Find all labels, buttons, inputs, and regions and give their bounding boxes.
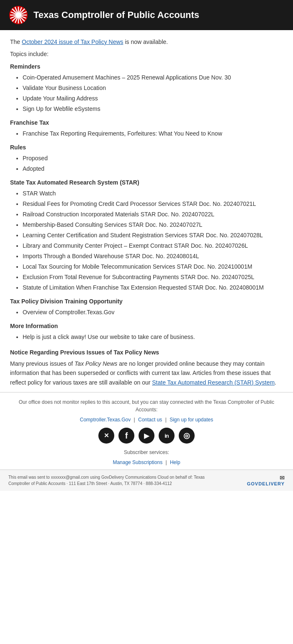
rules-heading: Rules — [10, 144, 283, 151]
franchise-tax-list: Franchise Tax Reporting Requirements, Fo… — [10, 129, 283, 138]
social-icons-bar: ✕ f ▶ in ◎ — [17, 428, 276, 444]
footer-link-contact[interactable]: Contact us — [138, 417, 162, 423]
footer-links: Comptroller.Texas.Gov | Contact us | Sig… — [17, 417, 276, 423]
manage-subscriptions-link[interactable]: Manage Subscriptions — [113, 459, 162, 465]
list-item: Local Tax Sourcing for Mobile Telecommun… — [23, 262, 283, 271]
twitter-x-icon[interactable]: ✕ — [98, 428, 114, 444]
footer-link-comptroller[interactable]: Comptroller.Texas.Gov — [80, 417, 131, 423]
list-item: Imports Through a Bonded Warehouse STAR … — [23, 252, 283, 261]
footer-bottom-text: This email was sent to xxxxxxx@gmail.com… — [8, 474, 218, 487]
list-item: Exclusion From Total Revenue for Subcont… — [23, 273, 283, 282]
svg-point-9 — [16, 13, 21, 18]
list-item: Learning Center Certification and Studen… — [23, 231, 283, 240]
list-item: Coin-Operated Amusement Machines – 2025 … — [23, 73, 283, 82]
linkedin-icon[interactable]: in — [159, 428, 175, 444]
subscriber-links: Manage Subscriptions | Help — [17, 459, 276, 465]
intro-paragraph: The October 2024 issue of Tax Policy New… — [10, 38, 283, 46]
notice-body: Many previous issues of Tax Policy News … — [10, 359, 283, 387]
notice-heading: Notice Regarding Previous Issues of Tax … — [10, 349, 283, 356]
list-item: Residual Fees for Promoting Credit Card … — [23, 200, 283, 208]
envelope-icon: ✉ — [280, 475, 285, 481]
instagram-icon[interactable]: ◎ — [179, 428, 195, 444]
footer: Our office does not monitor replies to t… — [0, 392, 293, 470]
list-item: Proposed — [23, 154, 283, 163]
more-info-list: Help is just a click away! Use our websi… — [10, 333, 283, 341]
govdelivery-logo: ✉ GOVDELIVERY — [247, 475, 285, 486]
star-system-link[interactable]: State Tax Automated Research (STAR) Syst… — [152, 379, 275, 386]
comptroller-logo — [8, 5, 28, 25]
govdelivery-label: GOVDELIVERY — [247, 481, 285, 486]
footer-link-signup[interactable]: Sign up for updates — [170, 417, 213, 423]
help-link[interactable]: Help — [170, 459, 180, 465]
main-content: The October 2024 issue of Tax Policy New… — [0, 30, 293, 392]
list-item: Help is just a click away! Use our websi… — [23, 333, 283, 341]
header-title: Texas Comptroller of Public Accounts — [33, 10, 199, 21]
reminders-list: Coin-Operated Amusement Machines – 2025 … — [10, 73, 283, 113]
email-wrapper: Texas Comptroller of Public Accounts The… — [0, 0, 293, 644]
subscriber-label: Subscriber services: — [17, 449, 276, 456]
facebook-icon[interactable]: f — [118, 428, 134, 444]
youtube-icon[interactable]: ▶ — [139, 428, 154, 444]
footer-bottom: This email was sent to xxxxxxx@gmail.com… — [0, 470, 293, 491]
list-item: STAR Watch — [23, 189, 283, 198]
list-item: Adopted — [23, 164, 283, 173]
star-list: STAR Watch Residual Fees for Promoting C… — [10, 189, 283, 292]
list-item: Update Your Mailing Address — [23, 94, 283, 103]
list-item: Membership-Based Consulting Services STA… — [23, 221, 283, 229]
list-item: Library and Community Center Project – E… — [23, 241, 283, 250]
issue-link[interactable]: October 2024 issue of Tax Policy News — [22, 38, 123, 45]
list-item: Railroad Construction Incorporated Mater… — [23, 210, 283, 219]
training-heading: Tax Policy Division Training Opportunity — [10, 298, 283, 305]
list-item: Overview of Comptroller.Texas.Gov — [23, 308, 283, 317]
footer-contact-text: Our office does not monitor replies to t… — [17, 398, 276, 413]
topics-label: Topics include: — [10, 51, 283, 57]
reminders-heading: Reminders — [10, 63, 283, 70]
star-heading: State Tax Automated Research System (STA… — [10, 179, 283, 186]
rules-list: Proposed Adopted — [10, 154, 283, 173]
list-item: Statute of Limitation When Franchise Tax… — [23, 283, 283, 292]
email-header: Texas Comptroller of Public Accounts — [0, 0, 293, 30]
list-item: Sign Up for Webfile eSystems — [23, 105, 283, 113]
more-info-heading: More Information — [10, 323, 283, 329]
list-item: Franchise Tax Reporting Requirements, Fo… — [23, 129, 283, 138]
list-item: Validate Your Business Location — [23, 84, 283, 92]
intro-prefix: The — [10, 38, 22, 45]
franchise-tax-heading: Franchise Tax — [10, 119, 283, 126]
intro-suffix: is now available. — [125, 38, 168, 45]
training-list: Overview of Comptroller.Texas.Gov — [10, 308, 283, 317]
